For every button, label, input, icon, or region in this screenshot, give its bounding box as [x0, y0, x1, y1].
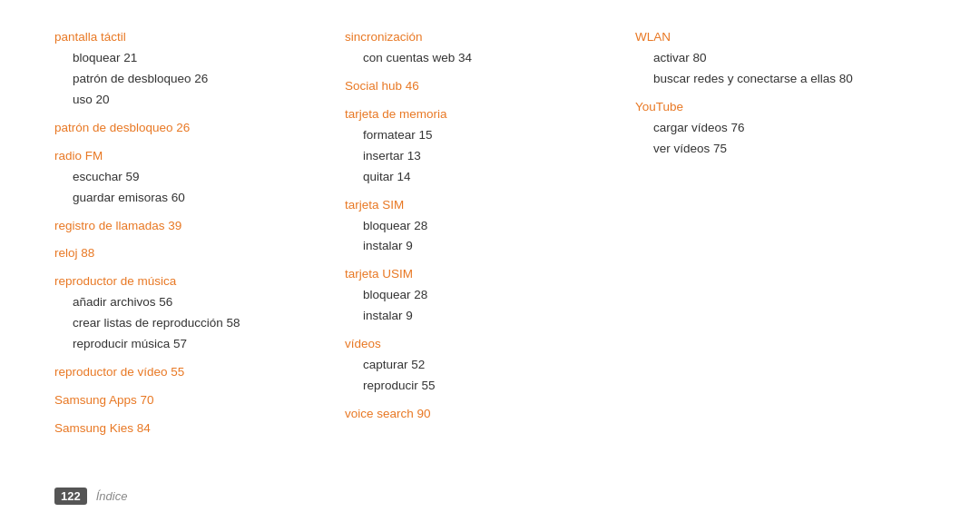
- entry-heading: tarjeta SIM: [345, 198, 404, 212]
- index-entry: WLANactivar 80buscar redes y conectarse …: [635, 27, 907, 90]
- entry-heading: radio FM: [54, 149, 103, 163]
- entry-heading: Social hub 46: [345, 79, 419, 93]
- entry-sub: formatear 15: [363, 125, 617, 146]
- entry-heading: Samsung Kies 84: [54, 421, 151, 435]
- entry-sub: guardar emisoras 60: [73, 188, 327, 209]
- entry-sub: quitar 14: [363, 167, 617, 188]
- index-entry: reloj 88: [54, 243, 327, 264]
- entry-sub: reproducir 55: [363, 376, 617, 397]
- entry-heading: reproductor de vídeo 55: [54, 365, 184, 379]
- entry-sub: cargar vídeos 76: [653, 118, 907, 139]
- index-entry: Samsung Apps 70: [54, 390, 327, 411]
- entry-heading: voice search 90: [345, 407, 431, 420]
- index-entry: Social hub 46: [345, 76, 617, 97]
- entry-sub: instalar 9: [363, 306, 617, 327]
- entry-sub: activar 80: [653, 48, 907, 69]
- index-entry: pantalla táctilbloquear 21patrón de desb…: [54, 27, 327, 111]
- column-3: WLANactivar 80buscar redes y conectarse …: [635, 27, 926, 478]
- entry-sub: patrón de desbloqueo 26: [73, 69, 327, 90]
- entry-heading: reproductor de música: [54, 274, 176, 288]
- index-entry: radio FMescuchar 59guardar emisoras 60: [54, 146, 327, 209]
- entry-sub: insertar 13: [363, 146, 617, 167]
- entry-heading: Samsung Apps 70: [54, 393, 154, 407]
- index-entry: reproductor de vídeo 55: [54, 362, 327, 383]
- entry-sub: buscar redes y conectarse a ellas 80: [653, 69, 907, 90]
- page-content: pantalla táctilbloquear 21patrón de desb…: [0, 0, 980, 532]
- entry-heading: WLAN: [635, 30, 671, 44]
- page-number: 122: [54, 488, 87, 505]
- entry-heading: tarjeta de memoria: [345, 107, 447, 121]
- index-entry: sincronizacióncon cuentas web 34: [345, 27, 617, 69]
- index-entry: patrón de desbloqueo 26: [54, 118, 327, 139]
- entry-heading: patrón de desbloqueo 26: [54, 121, 190, 134]
- entry-heading: registro de llamadas 39: [54, 219, 181, 232]
- index-entry: Samsung Kies 84: [54, 419, 327, 439]
- column-2: sincronizacióncon cuentas web 34Social h…: [345, 27, 635, 478]
- entry-heading: vídeos: [345, 337, 381, 350]
- index-entry: tarjeta SIMbloquear 28instalar 9: [345, 195, 617, 258]
- entry-heading: sincronización: [345, 30, 423, 44]
- index-entry: reproductor de músicaañadir archivos 56c…: [54, 271, 327, 355]
- entry-sub: bloquear 28: [363, 285, 617, 306]
- index-columns: pantalla táctilbloquear 21patrón de desb…: [54, 27, 926, 478]
- entry-sub: capturar 52: [363, 355, 617, 376]
- entry-heading: pantalla táctil: [54, 30, 126, 44]
- entry-sub: escuchar 59: [73, 167, 327, 188]
- index-entry: tarjeta de memoriaformatear 15insertar 1…: [345, 104, 617, 188]
- entry-sub: bloquear 21: [73, 48, 327, 69]
- entry-sub: bloquear 28: [363, 216, 617, 237]
- entry-heading: YouTube: [635, 100, 683, 113]
- index-entry: registro de llamadas 39: [54, 216, 327, 237]
- footer-label: Índice: [96, 489, 128, 503]
- footer: 122 Índice: [54, 488, 926, 505]
- entry-sub: con cuentas web 34: [363, 48, 617, 69]
- index-entry: vídeoscapturar 52reproducir 55: [345, 334, 617, 397]
- entry-sub: uso 20: [73, 90, 327, 111]
- entry-sub: instalar 9: [363, 236, 617, 257]
- entry-sub: ver vídeos 75: [653, 139, 907, 160]
- entry-sub: crear listas de reproducción 58: [73, 313, 327, 334]
- index-entry: YouTubecargar vídeos 76ver vídeos 75: [635, 97, 907, 160]
- entry-sub: añadir archivos 56: [73, 292, 327, 313]
- entry-heading: reloj 88: [54, 246, 94, 260]
- index-entry: tarjeta USIMbloquear 28instalar 9: [345, 264, 617, 327]
- index-entry: voice search 90: [345, 404, 617, 425]
- column-1: pantalla táctilbloquear 21patrón de desb…: [54, 27, 345, 478]
- entry-heading: tarjeta USIM: [345, 267, 413, 281]
- entry-sub: reproducir música 57: [73, 334, 327, 355]
